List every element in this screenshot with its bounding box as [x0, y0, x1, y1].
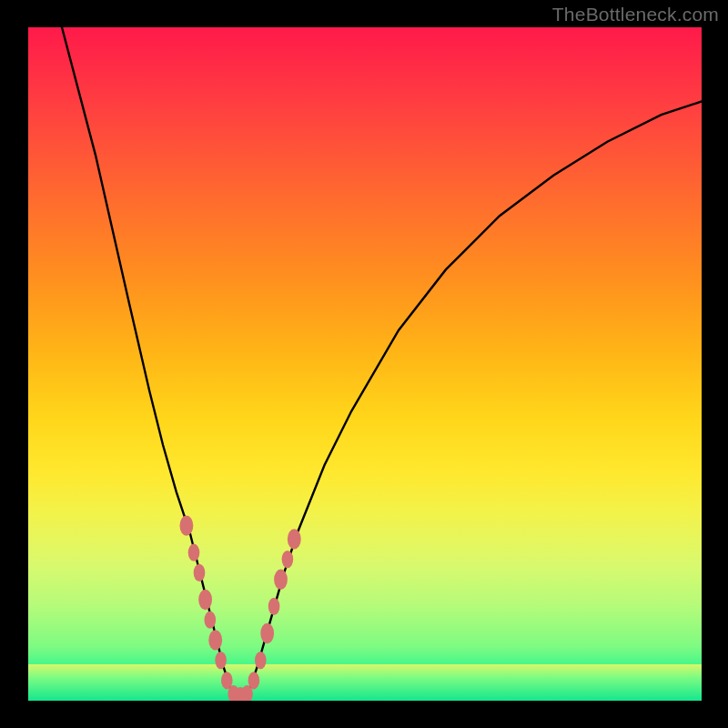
marker-dot	[255, 652, 267, 669]
marker-dot	[268, 598, 280, 615]
marker-dot	[180, 515, 194, 535]
bottleneck-curve	[62, 27, 702, 701]
chart-svg	[28, 27, 702, 701]
marker-dot	[288, 529, 301, 549]
marker-dot	[282, 551, 294, 568]
chart-frame: TheBottleneck.com	[0, 0, 728, 728]
marker-dot	[208, 630, 222, 650]
marker-dot	[248, 672, 260, 689]
marker-dot	[205, 612, 217, 629]
marker-dot	[194, 564, 206, 581]
plot-area	[28, 27, 702, 701]
marker-dot	[260, 623, 274, 643]
marker-dot	[198, 590, 212, 610]
marker-dot	[188, 544, 200, 561]
watermark-text: TheBottleneck.com	[552, 4, 719, 25]
curve-markers	[180, 515, 301, 701]
marker-dot	[215, 652, 227, 669]
marker-dot	[274, 570, 288, 590]
